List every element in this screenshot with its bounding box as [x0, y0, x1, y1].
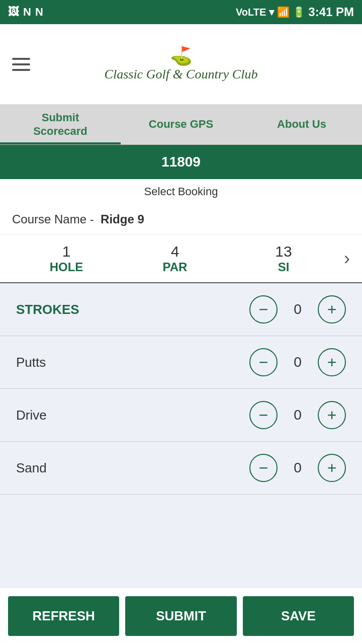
drive-controls: − 0 +: [249, 401, 346, 429]
booking-id: 11809: [161, 154, 201, 170]
putts-controls: − 0 +: [249, 348, 346, 376]
putts-increment-button[interactable]: +: [318, 348, 346, 376]
network-icon1: N: [23, 6, 31, 19]
status-bar: 🖼 N N VoLTE ▾ 📶 🔋 3:41 PM: [0, 0, 362, 24]
volte-label: VoLTE: [236, 7, 266, 18]
course-name-label: Course Name -: [12, 212, 94, 226]
putts-label: Putts: [16, 355, 249, 370]
wifi-icon: ▾: [269, 6, 274, 18]
hole-number-col: 1 HOLE: [12, 243, 121, 274]
drive-label: Drive: [16, 408, 249, 423]
tab-about-us[interactable]: About Us: [241, 105, 362, 144]
strokes-decrement-button[interactable]: −: [249, 295, 278, 324]
tab-bar: SubmitScorecard Course GPS About Us: [0, 105, 362, 145]
putts-row: Putts − 0 +: [0, 336, 362, 389]
tab-submit-label: SubmitScorecard: [33, 111, 87, 138]
status-left: 🖼 N N: [8, 6, 43, 19]
battery-icon: 🔋: [293, 6, 305, 18]
logo-area: ⛳ Classic Golf & Country Club: [105, 47, 258, 82]
menu-button[interactable]: [12, 58, 30, 71]
par-col: 4 PAR: [121, 243, 229, 274]
course-name-value: Ridge 9: [101, 212, 144, 226]
si-col: 13 SI: [229, 243, 338, 274]
par-label: PAR: [121, 260, 229, 274]
strokes-controls: − 0 +: [249, 295, 346, 324]
drive-value: 0: [290, 407, 306, 423]
sand-increment-button[interactable]: +: [318, 454, 346, 482]
par-value: 4: [121, 243, 229, 260]
tab-about-label: About Us: [277, 118, 326, 131]
strokes-label: STROKES: [16, 302, 249, 317]
strokes-increment-button[interactable]: +: [318, 295, 346, 324]
putts-decrement-button[interactable]: −: [249, 348, 278, 376]
submit-button[interactable]: SUBMIT: [125, 596, 236, 636]
clock: 3:41 PM: [308, 5, 354, 19]
strokes-row: STROKES − 0 +: [0, 283, 362, 336]
refresh-button[interactable]: REFRESH: [8, 596, 119, 636]
si-value: 13: [229, 243, 338, 260]
network-icon2: N: [35, 6, 43, 19]
tab-submit-scorecard[interactable]: SubmitScorecard: [0, 105, 121, 144]
sand-label: Sand: [16, 460, 249, 476]
sand-decrement-button[interactable]: −: [249, 454, 278, 482]
sand-controls: − 0 +: [249, 454, 346, 482]
logo-icon: ⛳: [170, 47, 193, 65]
booking-id-bar[interactable]: 11809: [0, 145, 362, 179]
putts-value: 0: [290, 354, 306, 370]
drive-increment-button[interactable]: +: [318, 401, 346, 429]
header: ⛳ Classic Golf & Country Club: [0, 24, 362, 105]
si-label: SI: [229, 260, 338, 274]
hole-number: 1: [12, 243, 121, 260]
signal-icon: 📶: [277, 6, 290, 18]
drive-row: Drive − 0 +: [0, 389, 362, 442]
hole-info: 1 HOLE 4 PAR 13 SI ›: [0, 234, 362, 283]
tab-gps-label: Course GPS: [149, 118, 213, 131]
save-button[interactable]: SAVE: [243, 596, 354, 636]
strokes-value: 0: [290, 301, 306, 317]
tab-course-gps[interactable]: Course GPS: [121, 105, 241, 144]
status-right: VoLTE ▾ 📶 🔋 3:41 PM: [236, 5, 354, 19]
drive-decrement-button[interactable]: −: [249, 401, 278, 429]
photo-icon: 🖼: [8, 6, 19, 19]
sand-value: 0: [290, 460, 306, 476]
hole-label: HOLE: [12, 260, 121, 274]
course-info: Course Name - Ridge 9: [0, 204, 362, 234]
bottom-action-bar: REFRESH SUBMIT SAVE: [0, 588, 362, 644]
select-booking-label[interactable]: Select Booking: [0, 179, 362, 204]
next-hole-button[interactable]: ›: [338, 248, 350, 269]
app-title: Classic Golf & Country Club: [105, 67, 258, 82]
score-section: STROKES − 0 + Putts − 0 + Drive − 0 + Sa…: [0, 283, 362, 588]
sand-row: Sand − 0 +: [0, 442, 362, 495]
